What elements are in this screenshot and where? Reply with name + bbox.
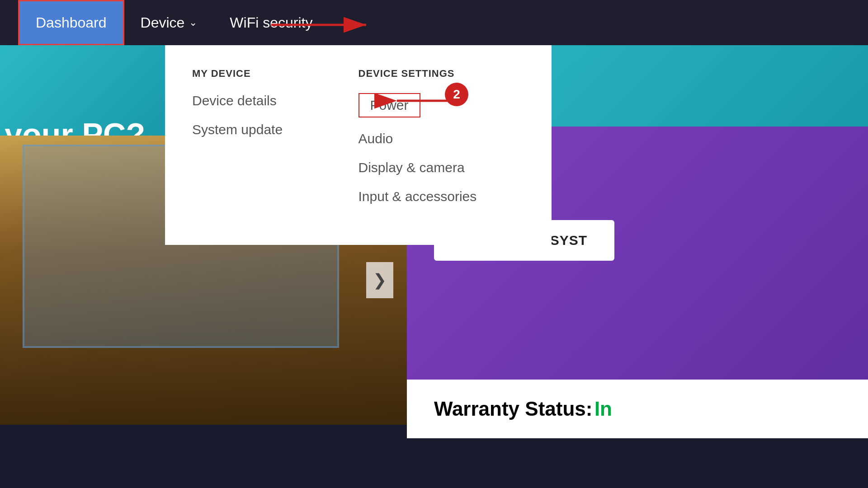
annotation-badge-2: 2 [445,83,468,106]
display-camera-item[interactable]: Display & camera [359,160,525,175]
nav-device[interactable]: Device ⌄ [124,0,214,45]
my-device-column: MY DEVICE Device details System update [192,68,359,218]
device-label: Device [141,14,185,31]
warranty-value: In [594,398,612,420]
dashboard-label: Dashboard [36,14,107,31]
navbar: Dashboard Device ⌄ WiFi security [0,0,868,45]
device-details-item[interactable]: Device details [192,93,359,108]
device-dropdown-menu: MY DEVICE Device details System update D… [165,45,552,245]
audio-item[interactable]: Audio [359,131,525,146]
warranty-label: Warranty Status: [434,398,592,420]
input-accessories-item[interactable]: Input & accessories [359,189,525,204]
device-settings-title: DEVICE SETTINGS [359,68,525,80]
system-update-item[interactable]: System update [192,122,359,137]
my-device-title: MY DEVICE [192,68,359,80]
carousel-next-button[interactable]: ❯ [366,262,393,298]
nav-dashboard[interactable]: Dashboard [18,0,124,45]
warranty-section: Warranty Status: In [407,380,868,438]
annotation-arrow-1 [267,14,375,36]
chevron-down-icon: ⌄ [189,17,197,28]
